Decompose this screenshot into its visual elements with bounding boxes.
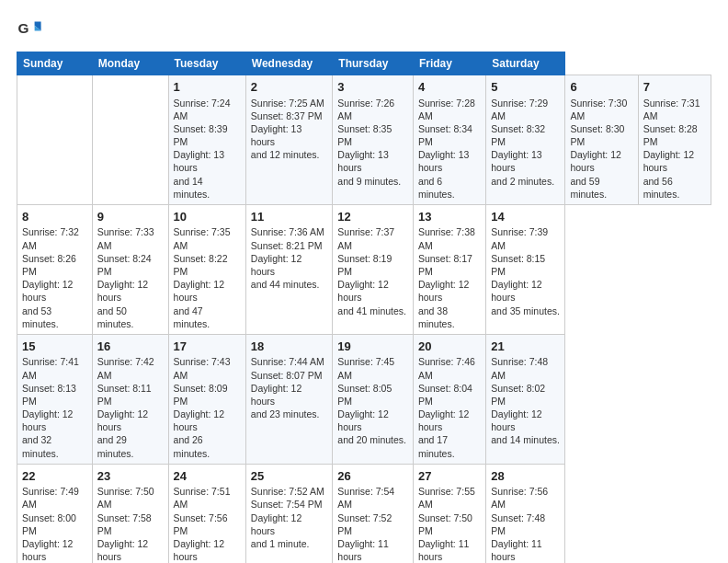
- day-detail-line: Sunrise: 7:30 AM: [570, 97, 632, 122]
- weekday-header-cell: Saturday: [486, 52, 565, 75]
- calendar-day-cell: 18Sunrise: 7:44 AMSunset: 8:07 PMDayligh…: [245, 334, 333, 464]
- day-detail-line: and 20 minutes.: [337, 433, 408, 446]
- day-number: 27: [418, 468, 481, 485]
- calendar-day-cell: 2Sunrise: 7:25 AMSunset: 8:37 PMDaylight…: [245, 75, 333, 205]
- day-detail-line: Sunrise: 7:43 AM: [174, 355, 241, 381]
- calendar-day-cell: 3Sunrise: 7:26 AMSunset: 8:35 PMDaylight…: [333, 75, 414, 205]
- day-detail-line: Sunrise: 7:52 AM: [251, 485, 328, 498]
- day-detail-line: Sunset: 8:15 PM: [491, 252, 560, 278]
- day-detail-line: Daylight: 12 hours: [251, 252, 328, 278]
- day-detail-line: and 6 minutes.: [418, 175, 481, 201]
- day-detail-line: and 41 minutes.: [337, 304, 408, 317]
- calendar-day-cell: 11Sunrise: 7:36 AMSunset: 8:21 PMDayligh…: [245, 204, 333, 334]
- day-number: 21: [491, 339, 560, 355]
- calendar-day-cell: 15Sunrise: 7:41 AMSunset: 8:13 PMDayligh…: [17, 334, 93, 464]
- calendar-day-cell: 5Sunrise: 7:29 AMSunset: 8:32 PMDaylight…: [486, 75, 565, 205]
- day-number: 2: [251, 79, 328, 96]
- day-detail-line: Sunrise: 7:48 AM: [491, 355, 560, 381]
- day-detail-line: Daylight: 12 hours: [491, 408, 560, 433]
- day-detail-line: Sunrise: 7:39 AM: [491, 225, 560, 251]
- day-detail-line: Sunset: 8:17 PM: [418, 252, 481, 278]
- day-detail-line: Sunset: 8:00 PM: [22, 511, 87, 537]
- day-detail-line: Daylight: 11 hours: [418, 537, 481, 563]
- day-detail-line: Daylight: 12 hours: [22, 408, 87, 433]
- day-number: 9: [97, 209, 164, 225]
- day-detail-line: Sunset: 8:37 PM: [251, 109, 328, 122]
- day-detail-line: Daylight: 12 hours: [174, 278, 241, 304]
- calendar-day-cell: 7Sunrise: 7:31 AMSunset: 8:28 PMDaylight…: [638, 75, 711, 205]
- calendar-day-cell: 17Sunrise: 7:43 AMSunset: 8:09 PMDayligh…: [168, 334, 245, 464]
- calendar-day-cell: 9Sunrise: 7:33 AMSunset: 8:24 PMDaylight…: [92, 204, 168, 334]
- calendar-day-cell: 13Sunrise: 7:38 AMSunset: 8:17 PMDayligh…: [413, 204, 485, 334]
- day-detail-line: and 26 minutes.: [174, 433, 241, 459]
- day-detail-line: Sunset: 8:07 PM: [251, 369, 328, 382]
- day-number: 19: [337, 339, 408, 355]
- day-detail-line: and 59 minutes.: [570, 175, 632, 201]
- calendar-day-cell: 20Sunrise: 7:46 AMSunset: 8:04 PMDayligh…: [413, 334, 485, 464]
- calendar-table: SundayMondayTuesdayWednesdayThursdayFrid…: [17, 52, 711, 563]
- day-detail-line: Sunset: 8:39 PM: [174, 122, 241, 148]
- day-number: 20: [418, 339, 481, 355]
- day-detail-line: Sunrise: 7:51 AM: [174, 485, 241, 511]
- day-number: 13: [418, 209, 481, 225]
- calendar-week-row: 8Sunrise: 7:32 AMSunset: 8:26 PMDaylight…: [17, 204, 711, 334]
- day-number: 24: [174, 468, 241, 485]
- day-detail-line: Sunrise: 7:50 AM: [97, 485, 164, 511]
- day-detail-line: Sunset: 8:13 PM: [22, 382, 87, 408]
- day-detail-line: Sunset: 8:04 PM: [418, 382, 481, 408]
- day-number: 5: [491, 79, 560, 96]
- day-detail-line: Sunset: 8:02 PM: [491, 382, 560, 408]
- weekday-header-cell: Friday: [413, 52, 485, 75]
- day-detail-line: and 38 minutes.: [418, 304, 481, 330]
- day-detail-line: Sunrise: 7:37 AM: [337, 225, 408, 251]
- day-detail-line: and 44 minutes.: [251, 278, 328, 291]
- weekday-header-row: SundayMondayTuesdayWednesdayThursdayFrid…: [17, 52, 711, 75]
- day-detail-line: Daylight: 12 hours: [337, 408, 408, 433]
- day-detail-line: Daylight: 11 hours: [491, 537, 560, 563]
- day-number: 15: [22, 339, 87, 355]
- calendar-body: 1Sunrise: 7:24 AMSunset: 8:39 PMDaylight…: [17, 75, 711, 564]
- day-detail-line: Daylight: 13 hours: [174, 148, 241, 174]
- day-detail-line: Sunrise: 7:33 AM: [97, 225, 164, 251]
- calendar-day-cell: 24Sunrise: 7:51 AMSunset: 7:56 PMDayligh…: [168, 464, 245, 563]
- day-number: 17: [174, 339, 241, 355]
- calendar-day-cell: 22Sunrise: 7:49 AMSunset: 8:00 PMDayligh…: [17, 464, 93, 563]
- day-detail-line: Daylight: 12 hours: [97, 537, 164, 563]
- day-detail-line: Sunrise: 7:28 AM: [418, 97, 481, 122]
- day-detail-line: and 35 minutes.: [491, 304, 560, 317]
- day-detail-line: Daylight: 12 hours: [22, 278, 87, 304]
- day-detail-line: Sunset: 7:52 PM: [337, 511, 408, 537]
- day-number: 8: [22, 209, 87, 225]
- calendar-day-cell: 1Sunrise: 7:24 AMSunset: 8:39 PMDaylight…: [168, 75, 245, 205]
- day-detail-line: Sunrise: 7:55 AM: [418, 485, 481, 511]
- day-detail-line: and 50 minutes.: [97, 304, 164, 330]
- day-detail-line: Sunrise: 7:45 AM: [337, 355, 408, 381]
- day-detail-line: Sunrise: 7:31 AM: [643, 97, 706, 122]
- day-detail-line: Sunrise: 7:46 AM: [418, 355, 481, 381]
- day-detail-line: Sunset: 8:35 PM: [337, 122, 408, 148]
- day-detail-line: Sunset: 7:54 PM: [251, 498, 328, 511]
- calendar-day-cell: 27Sunrise: 7:55 AMSunset: 7:50 PMDayligh…: [413, 464, 485, 563]
- day-number: 11: [251, 209, 328, 225]
- day-detail-line: Sunrise: 7:49 AM: [22, 485, 87, 511]
- day-detail-line: Daylight: 12 hours: [174, 408, 241, 433]
- day-detail-line: and 9 minutes.: [337, 175, 408, 188]
- weekday-header-cell: Sunday: [17, 52, 93, 75]
- day-number: 3: [337, 79, 408, 96]
- day-detail-line: Daylight: 12 hours: [337, 278, 408, 304]
- day-detail-line: Sunset: 7:56 PM: [174, 511, 241, 537]
- page: G SundayMondayTuesdayWednesdayThursdayFr…: [0, 0, 728, 563]
- weekday-header-cell: Monday: [92, 52, 168, 75]
- calendar-day-cell: 19Sunrise: 7:45 AMSunset: 8:05 PMDayligh…: [333, 334, 414, 464]
- day-detail-line: Daylight: 12 hours: [418, 408, 481, 433]
- day-number: 14: [491, 209, 560, 225]
- day-detail-line: and 17 minutes.: [418, 433, 481, 459]
- calendar-week-row: 15Sunrise: 7:41 AMSunset: 8:13 PMDayligh…: [17, 334, 711, 464]
- day-detail-line: Sunrise: 7:38 AM: [418, 225, 481, 251]
- day-number: 26: [337, 468, 408, 485]
- day-detail-line: and 14 minutes.: [491, 433, 560, 446]
- day-detail-line: Daylight: 12 hours: [418, 278, 481, 304]
- day-detail-line: Sunrise: 7:54 AM: [337, 485, 408, 511]
- day-detail-line: Daylight: 13 hours: [337, 148, 408, 174]
- day-number: 23: [97, 468, 164, 485]
